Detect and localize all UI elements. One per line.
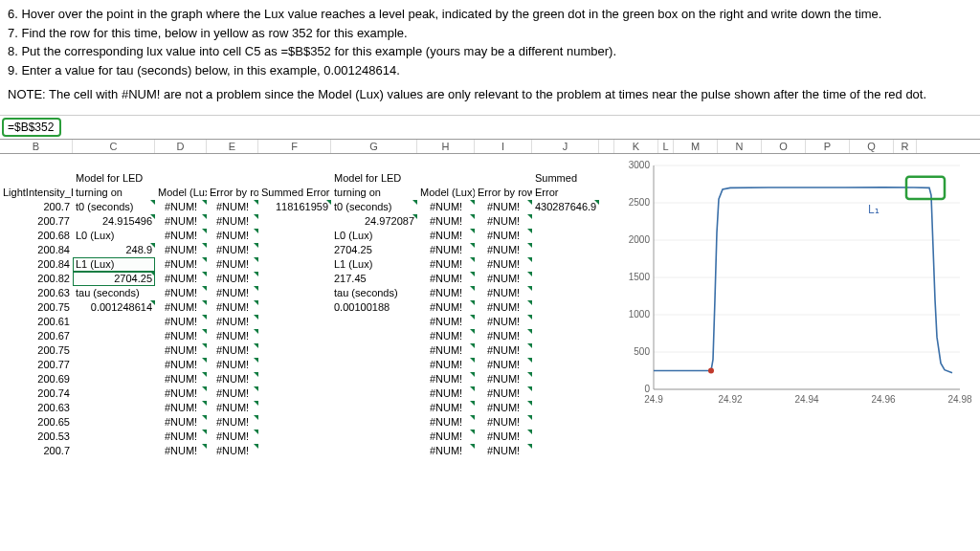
num: #NUM! [417, 401, 475, 415]
val-b-t0: 200.7 [0, 200, 73, 214]
num: #NUM! [475, 243, 532, 257]
num: #NUM! [207, 386, 258, 401]
blank [532, 315, 599, 329]
num: #NUM! [417, 300, 475, 315]
column-header[interactable]: B [0, 140, 73, 153]
num: #NUM! [207, 372, 258, 386]
num: #NUM! [155, 200, 207, 214]
svg-text:24.98: 24.98 [947, 394, 971, 405]
blank [73, 358, 155, 372]
blank [258, 272, 331, 286]
column-header[interactable]: M [674, 140, 718, 153]
blank [258, 214, 331, 229]
blank [73, 329, 155, 343]
blank [532, 272, 599, 286]
svg-text:2000: 2000 [629, 234, 651, 245]
blank [258, 415, 331, 430]
num: #NUM! [475, 358, 532, 372]
num: #NUM! [155, 229, 207, 243]
num: #NUM! [475, 229, 532, 243]
column-header[interactable]: I [475, 140, 532, 153]
column-header[interactable]: O [762, 140, 806, 153]
num: #NUM! [417, 358, 475, 372]
column-header[interactable] [599, 140, 614, 153]
num: #NUM! [417, 243, 475, 257]
col-b: 200.68 [0, 229, 73, 243]
column-header[interactable]: D [155, 140, 207, 153]
column-header[interactable]: J [532, 140, 599, 153]
blank [73, 444, 155, 458]
col-b: 200.77 [0, 358, 73, 372]
svg-text:500: 500 [634, 346, 650, 357]
column-header[interactable]: C [73, 140, 155, 153]
num: #NUM! [475, 200, 532, 214]
blank [73, 415, 155, 430]
lbl-r: L0 (Lux) [331, 229, 417, 243]
blank [532, 257, 599, 272]
svg-text:1500: 1500 [629, 272, 651, 282]
hdr-error-right: Error by row [475, 186, 532, 200]
num: #NUM! [417, 386, 475, 401]
num: #NUM! [417, 286, 475, 300]
blank [258, 286, 331, 300]
blank [73, 401, 155, 415]
blank [331, 329, 417, 343]
num: #NUM! [475, 430, 532, 444]
val: 2704.25 [73, 272, 155, 286]
hdr-summed-left: Summed Error [258, 186, 331, 200]
svg-text:24.92: 24.92 [718, 394, 742, 405]
column-header[interactable]: E [207, 140, 258, 153]
blank [532, 243, 599, 257]
formula-bar[interactable]: =$B$352 [2, 118, 61, 137]
lbl: L1 (Lux) [73, 257, 155, 272]
svg-text:0: 0 [644, 384, 650, 394]
lbl: L0 (Lux) [73, 229, 155, 243]
summed-err-left: 118161959 [258, 200, 331, 214]
blank [258, 372, 331, 386]
num: #NUM! [207, 329, 258, 343]
num: #NUM! [207, 257, 258, 272]
num: #NUM! [475, 343, 532, 358]
blank [532, 401, 599, 415]
column-header[interactable]: P [806, 140, 850, 153]
step-7: 7. Find the row for this time, below in … [8, 25, 972, 42]
num: #NUM! [417, 372, 475, 386]
blank [532, 444, 599, 458]
blank [331, 401, 417, 415]
column-header[interactable]: G [331, 140, 417, 153]
h-e [207, 171, 258, 186]
num: #NUM! [207, 415, 258, 430]
num: #NUM! [207, 272, 258, 286]
column-header-row: BCDEFGHIJKLMNOPQR [0, 139, 980, 154]
blank [331, 444, 417, 458]
col-b: 200.82 [0, 272, 73, 286]
num: #NUM! [155, 444, 207, 458]
column-header[interactable]: L [658, 140, 674, 153]
blank [331, 315, 417, 329]
h-i [475, 171, 532, 186]
column-header[interactable]: N [718, 140, 762, 153]
hdr-model-lux-right: Model (Lux) [417, 186, 475, 200]
column-header[interactable]: Q [850, 140, 894, 153]
num: #NUM! [475, 286, 532, 300]
blank [258, 386, 331, 401]
column-header[interactable]: F [258, 140, 331, 153]
line-chart[interactable]: 05001000150020002500300024.924.9224.9424… [609, 160, 978, 408]
column-header[interactable]: H [417, 140, 475, 153]
col-b: 200.65 [0, 415, 73, 430]
val: 0.001248614 [73, 300, 155, 315]
blank [258, 401, 331, 415]
num: #NUM! [475, 272, 532, 286]
column-header[interactable]: R [894, 140, 917, 153]
h-g: Model for LED [331, 171, 417, 186]
num: #NUM! [155, 358, 207, 372]
hdr-turning-on-left: turning on [73, 186, 155, 200]
num: #NUM! [155, 343, 207, 358]
blank [73, 430, 155, 444]
blank [73, 386, 155, 401]
num: #NUM! [155, 415, 207, 430]
num: #NUM! [207, 430, 258, 444]
column-header[interactable]: K [614, 140, 658, 153]
blank [258, 343, 331, 358]
step-9: 9. Enter a value for tau (seconds) below… [8, 62, 972, 79]
